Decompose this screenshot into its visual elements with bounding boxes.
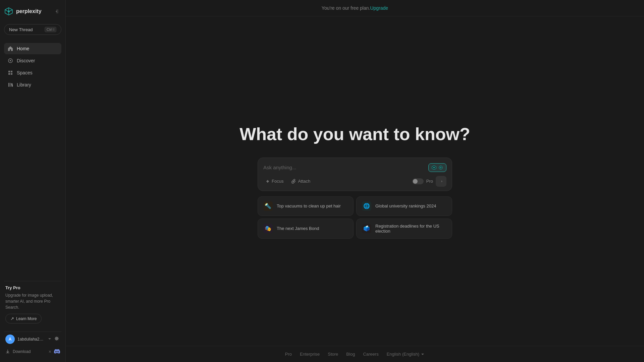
perplexity-badge-icon2 [438,165,443,170]
toggle-knob [413,179,418,184]
submit-button[interactable] [436,176,446,187]
learn-more-button[interactable]: ↗ Learn More [5,314,42,323]
user-actions [47,336,60,343]
user-section: A 1abdullaha20... [4,331,61,347]
logo-text: perplexity [16,8,42,14]
download-close-button[interactable]: × [49,349,51,355]
discord-icon [54,349,60,355]
footer-careers-link[interactable]: Careers [363,352,378,357]
spaces-icon [7,70,13,76]
svg-point-0 [8,10,10,12]
suggestions-grid: 🔦 Top vacuums to clean up pet hair 🌐 Glo… [258,196,452,239]
topbar: You're on our free plan. Upgrade [66,0,644,16]
svg-rect-4 [10,83,10,87]
learn-more-arrow-icon: ↗ [10,316,14,321]
page-title: What do you want to know? [239,124,470,144]
focus-icon [265,179,270,184]
attach-icon [291,179,296,184]
perplexity-ai-badge [428,163,446,172]
language-label: English (English) [387,352,420,357]
suggestion-bond[interactable]: 🎭 The next James Bond [258,219,354,239]
sidebar-header: perplexity [4,5,61,17]
attach-button[interactable]: Attach [289,177,312,185]
learn-more-label: Learn More [16,316,37,321]
suggestion-vacuums-label: Top vacuums to clean up pet hair [277,203,341,208]
suggestion-vacuums-icon: 🔦 [263,201,273,211]
footer-pro-link[interactable]: Pro [285,352,292,357]
suggestion-election[interactable]: 🗳️ Registration deadlines for the US ele… [356,219,452,239]
footer-enterprise-link[interactable]: Enterprise [300,352,320,357]
discover-icon [7,58,13,64]
user-chevron-button[interactable] [47,336,53,343]
focus-label: Focus [272,179,283,184]
suggestion-bond-icon: 🎭 [263,224,273,233]
sidebar-item-spaces[interactable]: Spaces [4,67,61,78]
new-thread-button[interactable]: New Thread Ctrl I [4,24,61,35]
search-input[interactable] [263,165,428,170]
pro-label: Pro [426,179,433,184]
main-content: You're on our free plan. Upgrade What do… [66,0,644,362]
svg-rect-5 [11,83,13,87]
logo: perplexity [4,7,42,16]
suggestion-bond-label: The next James Bond [277,226,319,231]
footer-blog-link[interactable]: Blog [346,352,355,357]
shortcut-badge: Ctrl I [45,27,56,32]
library-icon [7,82,13,88]
username-label: 1abdullaha20... [17,337,44,342]
footer: Pro Enterprise Store Blog Careers Englis… [66,346,644,362]
collapse-sidebar-button[interactable] [53,7,61,15]
sidebar-item-spaces-label: Spaces [17,70,33,75]
footer-store-link[interactable]: Store [328,352,338,357]
sidebar-item-home-label: Home [17,46,29,51]
logo-icon [4,7,13,16]
download-icon [5,349,10,354]
download-bar: Download × [4,347,61,357]
svg-point-7 [267,181,268,182]
search-icons [428,163,446,172]
collapse-icon [55,9,60,14]
home-icon [7,46,13,52]
try-pro-card: Try Pro Upgrade for image upload, smarte… [4,281,61,327]
svg-point-6 [433,167,435,168]
suggestion-election-label: Registration deadlines for the US electi… [375,224,446,234]
language-selector[interactable]: English (English) [387,352,425,357]
attach-label: Attach [298,179,310,184]
svg-rect-3 [8,83,9,87]
gear-icon [55,337,59,341]
search-input-row [263,163,446,172]
try-pro-title: Try Pro [5,285,60,290]
search-toolbar: Focus Attach Pro [263,176,446,187]
sidebar-item-home[interactable]: Home [4,43,61,54]
sidebar-item-library[interactable]: Library [4,79,61,90]
try-pro-description: Upgrade for image upload, smarter AI, an… [5,292,60,310]
nav-menu: Home Discover Spaces Library [4,43,61,281]
pro-toggle-row: Pro [412,176,446,187]
suggestion-vacuums[interactable]: 🔦 Top vacuums to clean up pet hair [258,196,354,216]
center-section: What do you want to know? [66,16,644,346]
free-plan-text: You're on our free plan. [322,5,370,11]
suggestion-university-icon: 🌐 [362,201,371,211]
sidebar-item-discover-label: Discover [17,58,35,63]
download-label: Download [13,349,31,354]
focus-button[interactable]: Focus [263,177,285,185]
pro-toggle[interactable] [412,178,424,184]
suggestion-university[interactable]: 🌐 Global university rankings 2024 [356,196,452,216]
new-thread-label: New Thread [9,27,33,32]
search-box: Focus Attach Pro [258,158,452,191]
sidebar-item-discover[interactable]: Discover [4,55,61,66]
submit-arrow-icon [439,179,443,184]
chevron-down-icon [47,337,52,341]
download-actions: × [49,349,60,355]
user-settings-button[interactable] [54,336,60,343]
avatar: A [5,335,15,344]
upgrade-link[interactable]: Upgrade [370,5,388,11]
svg-point-2 [10,60,11,61]
language-chevron-icon [421,352,425,356]
suggestion-election-icon: 🗳️ [362,224,371,233]
perplexity-badge-icon [431,165,437,170]
suggestion-university-label: Global university rankings 2024 [375,203,436,208]
sidebar: perplexity New Thread Ctrl I Home Discov… [0,0,66,362]
sidebar-item-library-label: Library [17,82,31,87]
